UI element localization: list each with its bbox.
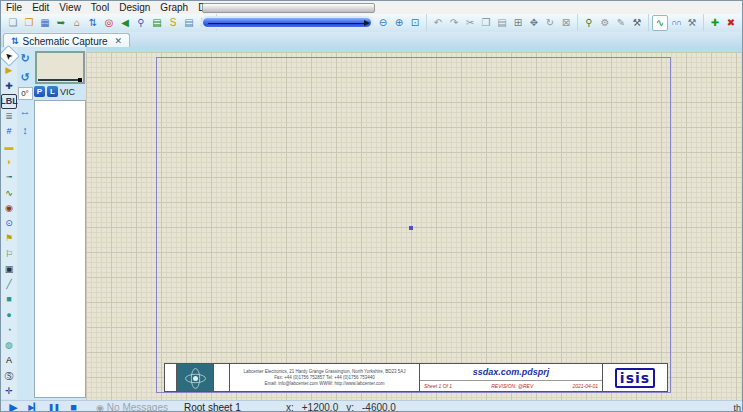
isis-logo: isis — [615, 368, 655, 388]
toolbar-edit-groups: ⊖⊕⊡↶↷✂❐▤⊞✥↻⊠⚲⚙✎⚒∿∩∩⚒✚✖↻✎ — [372, 14, 743, 31]
goto-sheet-button[interactable]: ↻ — [739, 15, 743, 31]
play-button[interactable]: ▶ — [5, 401, 22, 412]
schematic-grid[interactable]: Labcenter Electronics, 21 Hardy Grange G… — [86, 52, 743, 400]
project-filename: ssdax.com.pdsprj — [420, 364, 602, 380]
virtual-instruments-mode-button[interactable]: ▣ — [1, 262, 17, 277]
search-tag-button[interactable]: ∩∩ — [668, 15, 684, 31]
block-rotate-button[interactable]: ↻ — [542, 15, 558, 31]
step-button[interactable]: ▶▎ — [25, 401, 42, 412]
tab-bar: ⇅ Schematic Capture ✕ — [1, 32, 743, 48]
library-manager-button[interactable]: L — [47, 86, 58, 97]
menu-item-graph[interactable]: Graph — [155, 1, 193, 14]
mirror-horizontal-button[interactable]: ↔ — [17, 103, 33, 120]
schematic-canvas[interactable]: Labcenter Electronics, 21 Hardy Grange G… — [86, 47, 743, 400]
junction-dot-mode-button[interactable]: ✚ — [1, 79, 17, 94]
toolbar-group: ↶↷✂❐▤⊞✥↻⊠ — [427, 14, 578, 31]
packaging-tool-button[interactable]: ✎ — [613, 15, 629, 31]
coord-y-label: y: — [346, 402, 354, 412]
menu-item-design[interactable]: Design — [114, 1, 155, 14]
company-info: Labcenter Electronics, 21 Hardy Grange G… — [230, 364, 420, 391]
cut-button[interactable]: ✂ — [462, 15, 478, 31]
terminals-mode-button[interactable]: ◗ — [1, 155, 17, 170]
message-status: No Messages — [107, 402, 168, 412]
tab-schematic-capture[interactable]: ⇅ Schematic Capture ✕ — [3, 33, 130, 48]
titleblock-spacer — [165, 364, 177, 391]
close-project-button[interactable]: ➥ — [53, 15, 69, 31]
threed-visualizer-button[interactable]: ▤ — [149, 15, 165, 31]
object-selector: P L VIC — [33, 47, 86, 400]
device-pins-mode-button[interactable]: ╼ — [1, 170, 17, 185]
schematic-tab-icon: ⇅ — [11, 36, 19, 46]
graphics-line-button[interactable]: ╱ — [1, 277, 17, 292]
zoom-area-button[interactable]: ⊡ — [407, 15, 423, 31]
coord-x-label: x: — [286, 402, 294, 412]
undo-button[interactable]: ↶ — [430, 15, 446, 31]
graphics-arc-button[interactable]: ◔ — [1, 323, 17, 338]
graphics-path-button[interactable]: ◍ — [1, 338, 17, 353]
graph-mode-button[interactable]: ∿ — [1, 185, 17, 200]
save-project-button[interactable]: ▦ — [37, 15, 53, 31]
toolbar-group: ✚✖↻ — [704, 14, 743, 31]
block-copy-button[interactable]: ⊞ — [510, 15, 526, 31]
coord-y-value: -4600.0 — [362, 402, 396, 412]
remove-sheet-button[interactable]: ✖ — [723, 15, 739, 31]
atom-icon — [185, 368, 206, 389]
isis-cell: isis — [603, 364, 667, 391]
property-assignment-button[interactable]: ⚒ — [684, 15, 700, 31]
orientation-toolbar: ↻↺ 0° ↔↕ — [17, 48, 33, 139]
decompose-button[interactable]: ⚒ — [629, 15, 645, 31]
open-project-button[interactable]: ❐ — [21, 15, 37, 31]
rotate-clockwise-button[interactable]: ↻ — [17, 50, 33, 67]
redo-button[interactable]: ↷ — [446, 15, 462, 31]
source-code-button[interactable]: S — [165, 15, 181, 31]
menu-item-view[interactable]: View — [54, 1, 86, 14]
gerber-viewer-button[interactable]: ◀ — [117, 15, 133, 31]
current-probe-mode-button[interactable]: ⚐ — [1, 246, 17, 261]
project-meta: Sheet 1 Of 1 REVISION: @REV 2021-04-01 — [420, 380, 602, 391]
mirror-vertical-button[interactable]: ↕ — [17, 122, 33, 139]
stop-button[interactable]: ■ — [65, 401, 82, 412]
make-device-button[interactable]: ⚙ — [597, 15, 613, 31]
menu-item-tool[interactable]: Tool — [86, 1, 114, 14]
new-project-button[interactable]: ❏ — [5, 15, 21, 31]
generator-mode-button[interactable]: ⊙ — [1, 216, 17, 231]
zoom-out-button[interactable]: ⊖ — [375, 15, 391, 31]
pcb-layout-button[interactable]: ◎ — [101, 15, 117, 31]
graphics-marker-button[interactable]: ✛ — [1, 384, 17, 399]
subcircuit-mode-button[interactable]: ▬ — [1, 140, 17, 155]
voltage-probe-mode-button[interactable]: ⚑ — [1, 231, 17, 246]
graphics-symbol-button[interactable]: Ⓢ — [1, 369, 17, 384]
menu-bar: FileEditViewToolDesignGraphDebugLibrary — [1, 1, 743, 14]
tape-recorder-mode-button[interactable]: ◉ — [1, 201, 17, 216]
copy-button[interactable]: ❐ — [478, 15, 494, 31]
graphics-circle-button[interactable]: ● — [1, 308, 17, 323]
rotate-anticlockwise-button[interactable]: ↺ — [17, 69, 33, 86]
slider-arrow-icon — [364, 20, 370, 26]
overview-titleblock-bar — [38, 79, 78, 81]
graphics-box-button[interactable]: ■ — [1, 292, 17, 307]
wire-autorouter-button[interactable]: ∿ — [652, 15, 668, 31]
menu-item-edit[interactable]: Edit — [27, 1, 54, 14]
graphics-text-button[interactable]: A — [1, 353, 17, 368]
wire-label-mode-button[interactable]: LBL — [1, 94, 17, 109]
bill-of-materials-button[interactable]: ▤ — [181, 15, 197, 31]
buses-mode-button[interactable]: # — [1, 124, 17, 139]
design-overview[interactable] — [35, 51, 85, 84]
schematic-capture-button[interactable]: ⇅ — [85, 15, 101, 31]
close-tab-icon[interactable]: ✕ — [115, 36, 123, 46]
paste-button[interactable]: ▤ — [494, 15, 510, 31]
pick-parts-button[interactable]: ⚲ — [581, 15, 597, 31]
block-delete-button[interactable]: ⊠ — [558, 15, 574, 31]
pick-devices-button[interactable]: P — [34, 86, 45, 97]
device-list[interactable] — [34, 100, 86, 398]
home-page-button[interactable]: ⌂ — [69, 15, 85, 31]
block-move-button[interactable]: ✥ — [526, 15, 542, 31]
design-explorer-button[interactable]: ⚲ — [133, 15, 149, 31]
zoom-in-button[interactable]: ⊕ — [391, 15, 407, 31]
new-sheet-button[interactable]: ✚ — [707, 15, 723, 31]
rotation-angle-display: 0° — [18, 87, 33, 100]
text-script-mode-button[interactable]: ≣ — [1, 109, 17, 124]
slider-line — [208, 23, 364, 24]
menu-item-file[interactable]: File — [1, 1, 27, 14]
pause-button[interactable]: ❚❚ — [45, 401, 62, 412]
